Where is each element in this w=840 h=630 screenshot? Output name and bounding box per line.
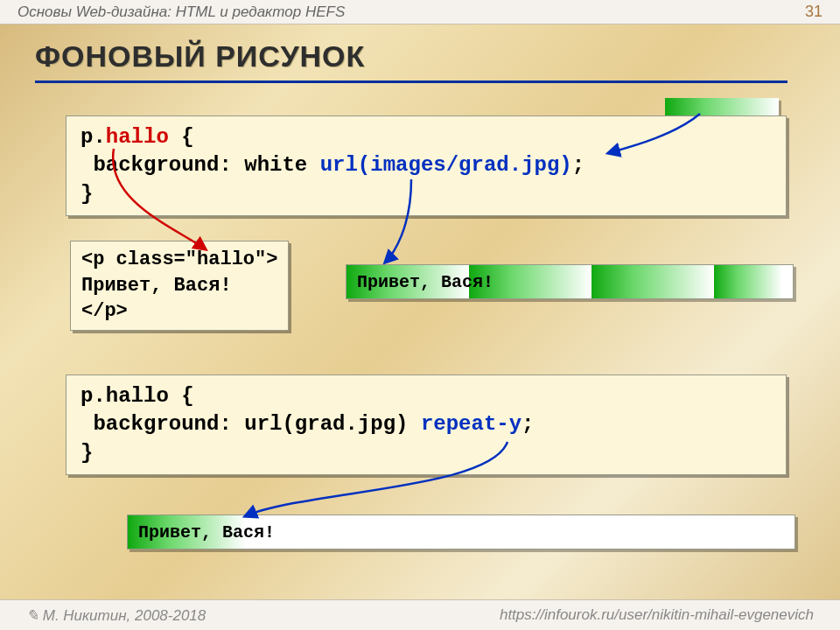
result-text-2: Привет, Вася! (138, 522, 275, 542)
slide-title: ФОНОВЫЙ РИСУНОК (35, 39, 365, 74)
css-code-block-2: p.hallo { background: url(grad.jpg) repe… (66, 374, 787, 475)
page-number: 31 (805, 3, 822, 21)
result-text-1: Привет, Вася! (357, 272, 494, 292)
class-name: hallo (106, 125, 169, 149)
class-attr-value: hallo (197, 248, 255, 270)
css-code-block-1: p.hallo { background: white url(images/g… (66, 116, 787, 216)
html-code-block: <p class="hallo"> Привет, Вася! </p> (70, 241, 289, 331)
css-url: url(images/grad.jpg) (320, 153, 572, 177)
topbar: Основы Web-дизайна: HTML и редактор HEFS… (0, 0, 840, 24)
footer-left: ✎ М. Никитин, 2008-2018 (26, 606, 206, 625)
footer: ✎ М. Никитин, 2008-2018 https://infourok… (0, 599, 840, 630)
gradient-sample (665, 98, 779, 116)
doc-title: Основы Web-дизайна: HTML и редактор HEFS (18, 4, 345, 21)
slide: Основы Web-дизайна: HTML и редактор HEFS… (0, 0, 840, 630)
result-repeat-y: Привет, Вася! (127, 514, 795, 550)
footer-right: https://infourok.ru/user/nikitin-mihail-… (500, 606, 814, 624)
title-underline (35, 80, 788, 83)
css-repeat-value: repeat-y (421, 412, 522, 436)
result-repeat-x: Привет, Вася! (346, 264, 794, 299)
